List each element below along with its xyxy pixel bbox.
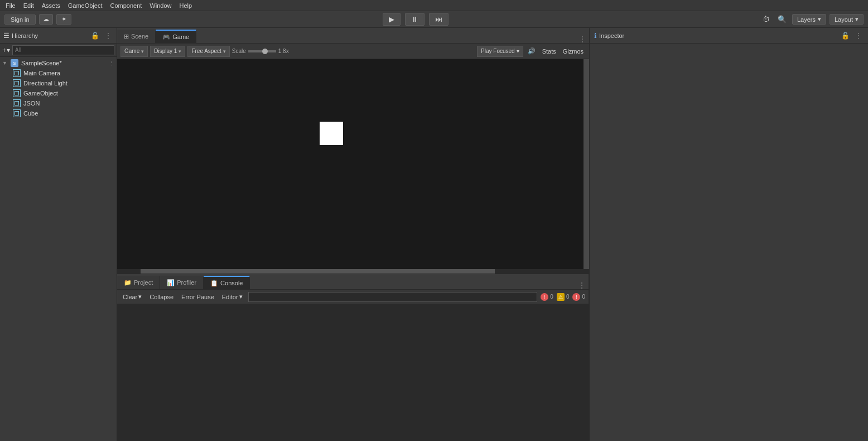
game-view-scrollbar-v-thumb xyxy=(584,59,589,269)
clear-dropdown-button[interactable]: Clear ▾ xyxy=(120,293,144,301)
collapse-button[interactable]: Collapse xyxy=(147,293,176,301)
game-view-scrollbar-h-thumb xyxy=(141,269,495,274)
directional-light-label: Directional Light xyxy=(23,80,67,87)
tab-scene[interactable]: ⊞ Scene xyxy=(117,30,156,43)
menu-edit[interactable]: Edit xyxy=(20,2,37,9)
editor-chevron-icon: ▾ xyxy=(239,293,243,300)
history-button[interactable]: ⏱ xyxy=(760,14,772,25)
hierarchy-add-button[interactable]: + ▾ xyxy=(2,46,10,54)
play-focused-arrow: ▾ xyxy=(517,48,519,54)
sign-in-button[interactable]: Sign in xyxy=(4,15,36,25)
top-bar-center: ▶ ⏸ ⏭ xyxy=(71,13,760,26)
hierarchy-cube-item[interactable]: Cube xyxy=(0,108,117,118)
tab-profiler[interactable]: 📊 Profiler xyxy=(160,276,204,289)
info-count-label: 0 xyxy=(582,294,585,300)
stats-button[interactable]: Stats xyxy=(540,47,558,55)
main-area: ☰ Hierarchy 🔓 ⋮ + ▾ ▼ S SampleScene* ⋮ xyxy=(0,28,868,441)
hierarchy-scene-item[interactable]: ▼ S SampleScene* ⋮ xyxy=(0,58,117,68)
info-count-badge[interactable]: ! 0 xyxy=(572,293,585,301)
hierarchy-directional-light-item[interactable]: Directional Light xyxy=(0,78,117,88)
error-pause-button[interactable]: Error Pause xyxy=(179,293,216,301)
game-view-scrollbar-h[interactable] xyxy=(117,269,589,274)
hierarchy-title: Hierarchy xyxy=(12,32,87,39)
inspector-lock-button[interactable]: 🔓 xyxy=(840,31,851,40)
layers-chevron-icon: ▾ xyxy=(818,16,821,23)
plus-icon: + xyxy=(2,46,6,54)
console-toolbar: Clear ▾ Collapse Error Pause Editor ▾ ! … xyxy=(117,290,589,304)
profiler-tab-icon: 📊 xyxy=(167,279,175,286)
hierarchy-json-item[interactable]: JSON xyxy=(0,98,117,108)
warning-count-badge[interactable]: ⚠ 0 xyxy=(557,293,570,301)
console-tab-icon: 📋 xyxy=(210,280,218,287)
editor-label: Editor xyxy=(222,294,238,300)
game-tab-joystick-icon: 🎮 xyxy=(162,33,170,41)
inspector-panel: ℹ Inspector 🔓 ⋮ xyxy=(589,28,868,441)
menu-help[interactable]: Help xyxy=(176,2,195,9)
unity-logo-button[interactable]: ✦ xyxy=(56,14,71,25)
hierarchy-content: ▼ S SampleScene* ⋮ Main Camera Direction… xyxy=(0,57,117,441)
display-number-dropdown[interactable]: Display 1 ▾ xyxy=(150,46,185,57)
scale-value: 1.8x xyxy=(278,48,289,54)
game-dropdown-arrow: ▾ xyxy=(141,49,144,54)
hierarchy-more-button[interactable]: ⋮ xyxy=(103,31,113,40)
cloud-button[interactable]: ☁ xyxy=(39,14,53,25)
play-focused-label: Play Focused xyxy=(481,48,515,54)
editor-dropdown-button[interactable]: Editor ▾ xyxy=(220,293,245,301)
error-icon: ! xyxy=(541,293,548,301)
tab-console[interactable]: 📋 Console xyxy=(204,276,250,289)
search-button[interactable]: 🔍 xyxy=(775,14,789,25)
game-view-scrollbar-v[interactable] xyxy=(584,59,589,269)
game-view-cube xyxy=(320,122,343,145)
menu-assets[interactable]: Assets xyxy=(38,2,64,9)
console-counts: ! 0 ⚠ 0 ! 0 xyxy=(541,293,585,301)
tab-project[interactable]: 📁 Project xyxy=(117,276,160,289)
step-button[interactable]: ⏭ xyxy=(429,13,449,26)
inspector-more-button[interactable]: ⋮ xyxy=(853,31,864,40)
inspector-header: ℹ Inspector 🔓 ⋮ xyxy=(590,28,868,44)
bottom-tab-more-button[interactable]: ⋮ xyxy=(575,281,589,289)
scale-slider[interactable] xyxy=(248,50,276,52)
hierarchy-search-input[interactable] xyxy=(12,45,114,55)
top-bar-left: Sign in ☁ ✦ xyxy=(4,14,71,25)
pause-button[interactable]: ⏸ xyxy=(405,13,425,26)
top-bar-right: ⏱ 🔍 Layers ▾ Layout ▾ xyxy=(760,14,864,25)
scene-tab-grid-icon: ⊞ xyxy=(124,33,129,40)
display-arrow: ▾ xyxy=(179,49,181,54)
hierarchy-main-camera-item[interactable]: Main Camera xyxy=(0,68,117,78)
error-count-label: 0 xyxy=(550,294,553,300)
game-view xyxy=(117,59,589,274)
center-panel: ⊞ Scene 🎮 Game ⋮ Game ▾ Display 1 ▾ Free… xyxy=(117,28,589,441)
menu-file[interactable]: File xyxy=(2,2,19,9)
layers-label: Layers xyxy=(797,16,816,23)
scale-thumb xyxy=(262,49,268,54)
warning-count-label: 0 xyxy=(566,294,570,300)
layers-dropdown[interactable]: Layers ▾ xyxy=(792,14,826,25)
audio-button[interactable]: 🔊 xyxy=(525,47,538,55)
error-count-badge[interactable]: ! 0 xyxy=(541,293,553,301)
game-display-mode-dropdown[interactable]: Game ▾ xyxy=(120,46,148,57)
tab-game[interactable]: 🎮 Game xyxy=(156,30,196,43)
profiler-tab-label: Profiler xyxy=(177,279,196,286)
console-search-input[interactable] xyxy=(248,292,538,302)
play-button[interactable]: ▶ xyxy=(383,13,401,26)
center-tab-bar: ⊞ Scene 🎮 Game ⋮ xyxy=(117,28,589,44)
project-tab-folder-icon: 📁 xyxy=(124,279,132,286)
main-camera-label: Main Camera xyxy=(23,70,60,76)
menu-window[interactable]: Window xyxy=(146,2,175,9)
hierarchy-gameobject-item[interactable]: GameObject xyxy=(0,88,117,98)
gameobject-label: GameObject xyxy=(23,90,58,97)
plus-chevron-icon: ▾ xyxy=(7,46,10,54)
layout-dropdown[interactable]: Layout ▾ xyxy=(830,14,864,25)
scene-more-icon[interactable]: ⋮ xyxy=(108,60,114,67)
menu-gameobject[interactable]: GameObject xyxy=(65,2,106,9)
hierarchy-lock-button[interactable]: 🔓 xyxy=(89,31,101,40)
play-focused-dropdown[interactable]: Play Focused ▾ xyxy=(477,46,523,57)
tab-more-button[interactable]: ⋮ xyxy=(576,35,589,43)
aspect-ratio-dropdown[interactable]: Free Aspect ▾ xyxy=(187,46,229,57)
scene-icon: S xyxy=(11,59,18,67)
game-dropdown-label: Game xyxy=(124,48,139,54)
clear-chevron-icon: ▾ xyxy=(138,293,142,300)
menu-component[interactable]: Component xyxy=(107,2,145,9)
scene-name-label: SampleScene* xyxy=(21,60,62,66)
gizmos-button[interactable]: Gizmos xyxy=(561,47,586,55)
